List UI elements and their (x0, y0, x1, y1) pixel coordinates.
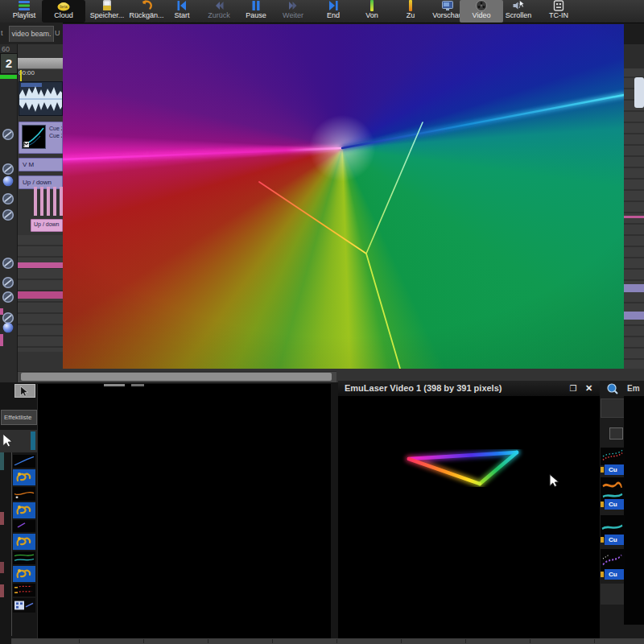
right-panel-small-button[interactable] (609, 427, 623, 440)
effect-thumbnail-curve-red[interactable] (13, 584, 35, 597)
timeline-tracks: 00:00 Cue 2 Cue 2 V M Up / down (18, 44, 63, 382)
effect-thumbnail-curve-purple[interactable] (13, 520, 35, 532)
cue-clip[interactable]: Cue 2 Cue 2 (19, 122, 63, 154)
audio-waveform-clip[interactable] (19, 81, 63, 116)
horizontal-scrollbar-thumb[interactable] (21, 373, 332, 381)
emulaser-video-window: EmuLaser Video 1 (398 by 391 pixels) ❐ ✕ (338, 381, 601, 640)
toolbar-item-label: TC-IN (537, 11, 580, 20)
tab-partial-right[interactable]: U (55, 29, 60, 37)
toolbar-item-playlist[interactable]: Playlist (2, 0, 46, 23)
horizontal-scrollbar[interactable] (18, 371, 336, 382)
updown-clip-2[interactable]: Up / down (31, 219, 63, 232)
pink-region-strip-2[interactable] (18, 291, 63, 299)
window-title-bar[interactable]: EmuLaser Video 1 (398 by 391 pixels) ❐ ✕ (338, 381, 601, 397)
scroll-fragment-1 (104, 384, 125, 386)
second-window-canvas (624, 396, 644, 625)
edge-strip-red-3 (0, 584, 4, 597)
pink-event-bars[interactable] (32, 187, 64, 216)
toolbar-item-von[interactable]: Von (350, 0, 394, 23)
tab-video-beam[interactable]: video beam. (9, 26, 54, 42)
effect-thumbnail-gold-figure[interactable] (13, 469, 35, 485)
cue-thumbnail-rainbow-dots[interactable] (601, 448, 625, 465)
cue-clip-label-2: Cue 2 (49, 133, 63, 138)
track-header-rail: 60 2 (0, 44, 18, 382)
close-button[interactable]: ✕ (583, 383, 595, 394)
pink-region-strip-1[interactable] (18, 262, 63, 268)
toolbar-item-scrollen[interactable]: Scrollen (497, 0, 540, 23)
cue-clip-thumbnail (22, 125, 46, 149)
scrollbar-tick (272, 639, 273, 643)
effect-thumbnail-curve-orange[interactable] (13, 487, 35, 501)
step-forward-icon (271, 0, 315, 11)
scrollbar-tick (401, 639, 402, 643)
cue-mini-icon (23, 142, 29, 147)
skip-end-icon (312, 0, 355, 11)
playlist-icon (2, 0, 46, 11)
no-entry-icon[interactable] (2, 163, 14, 175)
toolbar-item-end[interactable]: End (312, 0, 355, 23)
toolbar-item-label: Scrollen (497, 11, 540, 20)
no-entry-icon[interactable] (2, 192, 14, 205)
select-tool-button[interactable] (14, 384, 35, 398)
scrollbar-tick (79, 639, 80, 643)
timeline-ruler[interactable] (18, 58, 63, 69)
scroll-fragment-2 (131, 384, 144, 386)
edge-pink-mark-1 (0, 308, 3, 315)
cursor-icon (19, 386, 30, 397)
laser-output-canvas (338, 396, 601, 640)
toolbar-item-weiter[interactable]: Weiter (271, 0, 315, 23)
app-window: PlaylistbetaCloudSpeicher...Rückgän...St… (0, 0, 644, 644)
maximize-button[interactable]: ❐ (568, 383, 579, 394)
toolbar-item-cloud[interactable]: betaCloud (42, 0, 85, 23)
effect-thumbnail-gold-figure[interactable] (13, 566, 35, 582)
right-panel-footer-block (601, 584, 625, 605)
timeline-right-sliver (624, 44, 644, 369)
cue-item-label[interactable]: Cu (605, 535, 624, 545)
cue-item-label[interactable]: Cu (605, 569, 624, 580)
toolbar-item-tc-in[interactable]: TC-IN (537, 0, 580, 23)
vm-clip[interactable]: V M (19, 158, 63, 171)
timecode-counter: 60 (2, 45, 10, 53)
no-entry-icon[interactable] (2, 208, 14, 221)
bottom-scrollbar[interactable] (11, 638, 644, 644)
right-panel-header-block (601, 398, 625, 418)
video-preview-canvas (63, 24, 624, 369)
no-entry-icon[interactable] (2, 291, 14, 303)
no-entry-icon[interactable] (2, 128, 14, 141)
right-cue-panel: Em CuCuCuCu (600, 381, 644, 644)
track-active-indicator (0, 75, 17, 79)
cue-gold-marker (601, 467, 604, 473)
svg-text:beta: beta (60, 5, 68, 9)
magnifier-icon[interactable] (606, 382, 619, 395)
cue-gold-marker (601, 502, 604, 507)
effect-thumbnail-curve-blue[interactable] (13, 455, 35, 468)
save-icon (85, 0, 129, 11)
toolbar-item-speicher[interactable]: Speicher... (85, 0, 129, 23)
main-toolbar: PlaylistbetaCloudSpeicher...Rückgän...St… (0, 0, 644, 23)
cue-item-label[interactable]: Cu (605, 464, 624, 475)
window-title: EmuLaser Video 1 (398 by 391 pixels) (345, 383, 502, 393)
scrollbar-tick (530, 639, 530, 643)
cue-item-label[interactable]: Cu (605, 499, 624, 510)
effect-thumbnail-gold-figure[interactable] (13, 534, 35, 550)
cursor-tool-icon (2, 433, 14, 448)
sphere-icon[interactable] (2, 175, 14, 188)
tab-bar: t video beam. U (0, 23, 63, 44)
laser-triangle-graphic (338, 396, 601, 640)
sphere-icon[interactable] (2, 321, 14, 334)
cue-gold-marker (601, 537, 604, 543)
no-entry-icon[interactable] (2, 276, 14, 289)
no-entry-icon[interactable] (2, 257, 14, 270)
waveform-clip-end (634, 77, 644, 108)
effect-thumbnail-curve-green[interactable] (13, 551, 35, 564)
effect-thumbnail-pattern[interactable] (13, 598, 35, 613)
panel-divider-line (11, 447, 12, 636)
tab-partial-left[interactable]: t (1, 29, 3, 37)
track-number-box[interactable]: 2 (0, 53, 18, 74)
playhead-marker-top[interactable] (20, 70, 22, 81)
effect-thumbnail-gold-figure[interactable] (13, 502, 35, 518)
toolbar-item-label: Weiter (271, 11, 315, 20)
speaker-cursor-icon (497, 0, 540, 11)
preview-black-panel (37, 384, 331, 640)
edge-strip-red-2 (0, 562, 4, 573)
